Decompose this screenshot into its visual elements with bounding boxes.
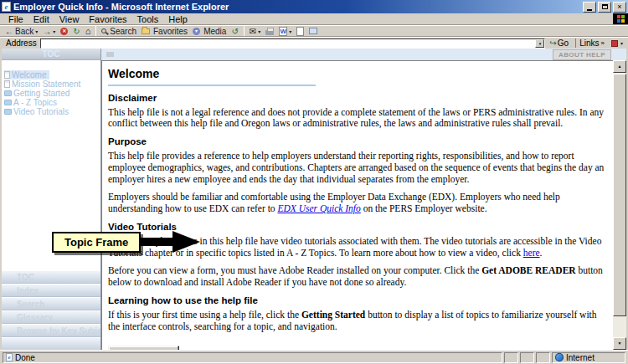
links-dropdown-icon[interactable]: ▾ <box>618 40 625 46</box>
address-field[interactable]: ▾ <box>40 38 546 49</box>
address-input[interactable] <box>41 39 536 48</box>
back-label: Back <box>15 27 33 36</box>
callout-arrowhead-icon <box>172 231 200 253</box>
history-button[interactable]: ↺ <box>229 26 240 37</box>
toc-item-video-tutorials[interactable]: Video Tutorials <box>4 107 100 116</box>
restore-button[interactable] <box>598 2 611 13</box>
back-button[interactable]: ← Back ▾ <box>3 26 40 37</box>
menu-file[interactable]: File <box>3 14 28 24</box>
stop-icon: ✕ <box>60 28 68 35</box>
purpose-heading: Purpose <box>108 136 606 148</box>
media-button[interactable]: ▾ Media <box>190 26 229 37</box>
address-bar: Address ▾ ↪ Go Links » ▾ <box>0 37 628 49</box>
learning-bold: Getting Started <box>301 310 365 320</box>
video-text: . <box>540 248 543 258</box>
sidebar: TOC Welcome Mission Statement Getting St… <box>2 49 101 350</box>
discuss-button[interactable] <box>306 26 320 37</box>
menu-view[interactable]: View <box>54 14 85 24</box>
forward-button[interactable]: → ▾ <box>40 26 58 37</box>
history-icon: ↺ <box>231 27 238 36</box>
mail-icon: ✉ <box>250 27 256 36</box>
topic-frame: ABOUT HELP Welcome Disclaimer This help … <box>101 49 626 350</box>
notes-button[interactable] <box>294 26 306 37</box>
edx-user-quick-info-link[interactable]: EDX User Quick Info <box>277 203 360 213</box>
security-zone-panel: Internet <box>552 352 625 363</box>
print-button[interactable] <box>263 26 276 37</box>
back-dropdown-icon[interactable]: ▾ <box>35 28 38 34</box>
restore-icon <box>602 4 608 9</box>
status-message-panel: e Done <box>3 352 502 363</box>
go-button[interactable]: ↪ Go <box>545 38 573 48</box>
disclaimer-paragraph: This help file is not a legal reference … <box>108 107 606 131</box>
nav-button-toc[interactable]: TOC <box>2 270 100 284</box>
book-icon <box>4 109 12 115</box>
title-rule <box>108 85 316 86</box>
page-title: Welcome <box>108 67 606 81</box>
links-brand-icon[interactable] <box>611 40 618 47</box>
book-icon <box>4 90 12 96</box>
scroll-up-button[interactable]: ▲ <box>613 60 626 73</box>
menu-favorites[interactable]: Favorites <box>84 14 131 24</box>
status-spacer-panel <box>504 352 518 363</box>
toc-item-welcome[interactable]: Welcome <box>4 70 49 79</box>
close-button[interactable]: × <box>613 2 626 13</box>
toc-item-label: Video Tutorials <box>13 107 69 116</box>
toc-item-getting-started[interactable]: Getting Started <box>4 89 100 98</box>
toolbar-separator <box>244 26 245 36</box>
scroll-down-button[interactable]: ▼ <box>613 337 626 350</box>
menu-bar: File Edit View Favorites Tools Help <box>0 13 628 25</box>
status-text: Done <box>15 353 35 362</box>
toc-item-mission-statement[interactable]: Mission Statement <box>4 79 100 89</box>
discuss-icon <box>309 28 317 34</box>
learning-paragraph: If this is your first time using a help … <box>108 310 606 333</box>
nav-button-index[interactable]: Index <box>2 284 100 297</box>
minimize-button[interactable] <box>583 2 596 13</box>
edit-button[interactable]: W ▾ <box>276 26 294 37</box>
print-icon <box>265 30 274 35</box>
mail-button[interactable]: ✉ ▾ <box>247 26 263 37</box>
toc-item-label: Welcome <box>12 70 47 79</box>
here-link[interactable]: here <box>523 248 540 258</box>
menu-edit[interactable]: Edit <box>28 14 54 24</box>
address-dropdown-icon[interactable]: ▾ <box>535 39 544 48</box>
home-icon: ⌂ <box>85 26 91 36</box>
word-icon: W <box>279 27 287 36</box>
forms-text: Before you can view a form, you must hav… <box>108 265 481 275</box>
refresh-button[interactable]: ↻ <box>70 26 82 37</box>
title-bar[interactable]: e Employer Quick Info - Microsoft Intern… <box>0 0 628 13</box>
topic-content: Welcome Disclaimer This help file is not… <box>101 60 613 350</box>
learning-text: If this is your first time using a help … <box>108 310 301 320</box>
stop-button[interactable]: ✕ <box>58 26 70 37</box>
nav-stack-filler <box>2 337 100 350</box>
address-label: Address <box>3 38 40 48</box>
nav-button-search[interactable]: Search <box>2 297 100 310</box>
sidebar-nav-stack: TOC Index Search Glossary Browse by Key … <box>2 270 100 350</box>
menu-tools[interactable]: Tools <box>132 14 164 24</box>
favorites-button[interactable]: Favorites <box>139 26 190 37</box>
toc-header: TOC <box>2 49 100 60</box>
toc-item-a-z-topics[interactable]: A - Z Topics <box>4 98 100 107</box>
print-topic-icon[interactable] <box>106 52 114 57</box>
zone-label: Internet <box>566 353 595 362</box>
callout-label: Topic Frame <box>52 232 141 253</box>
about-help-button[interactable]: ABOUT HELP <box>553 49 611 60</box>
scrollbar-thumb[interactable] <box>613 74 626 316</box>
menu-help[interactable]: Help <box>163 14 193 24</box>
edit-dropdown-icon[interactable]: ▾ <box>289 28 291 34</box>
search-button[interactable]: Search <box>99 26 139 37</box>
media-label: Media <box>203 27 226 36</box>
vertical-scrollbar[interactable]: ▲ ▼ <box>613 60 626 350</box>
mail-dropdown-icon[interactable]: ▾ <box>258 28 260 34</box>
ie-window: { "window": { "title": "Employer Quick I… <box>0 0 628 364</box>
favorites-label: Favorites <box>153 27 188 36</box>
links-button[interactable]: Links » <box>575 38 608 48</box>
nav-button-glossary[interactable]: Glossary <box>2 310 100 324</box>
home-button[interactable]: ⌂ <box>83 26 94 37</box>
help-toolbar: ABOUT HELP <box>101 49 626 60</box>
back-icon: ← <box>5 27 13 36</box>
minimize-icon <box>587 9 592 11</box>
document-icon: e <box>6 353 13 361</box>
forward-dropdown-icon[interactable]: ▾ <box>53 28 55 34</box>
search-icon <box>101 28 106 33</box>
nav-button-browse-by-key-subjects[interactable]: Browse by Key Subjects <box>2 324 100 337</box>
